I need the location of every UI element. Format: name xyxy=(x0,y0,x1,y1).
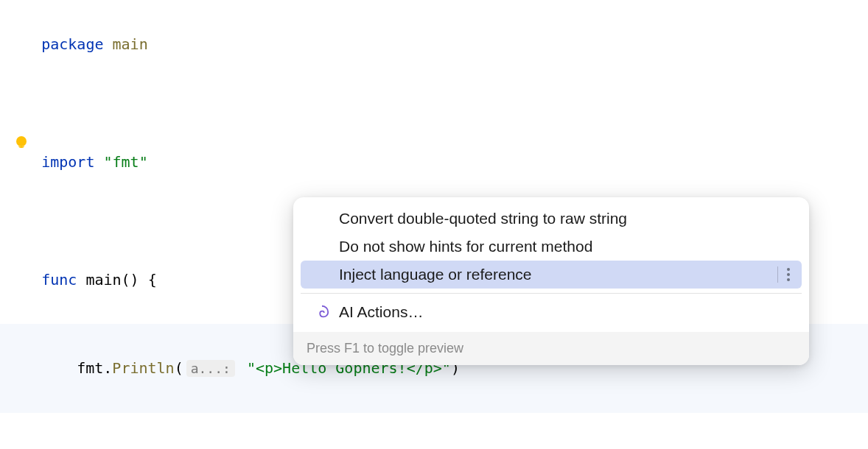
popup-item-label: Inject language or reference xyxy=(339,266,773,283)
dot: . xyxy=(103,359,112,377)
pkg-ref: fmt xyxy=(77,359,103,377)
popup-footer: Press F1 to toggle preview xyxy=(293,332,809,365)
popup-item-ai-actions[interactable]: AI Actions… xyxy=(301,298,802,326)
ai-spiral-icon xyxy=(314,304,330,320)
code-line-3[interactable]: import "fmt" xyxy=(0,118,868,206)
popup-item-label: AI Actions… xyxy=(339,303,791,321)
parens: () xyxy=(122,271,139,289)
code-line-7[interactable]: } xyxy=(0,413,868,449)
popup-item-inject-language[interactable]: Inject language or reference xyxy=(301,261,802,289)
code-line-1[interactable]: package main xyxy=(0,0,868,88)
popup-item-convert-string[interactable]: Convert double-quoted string to raw stri… xyxy=(301,205,802,233)
keyword-import: import xyxy=(41,153,94,171)
popup-item-label: Do not show hints for current method xyxy=(339,238,791,255)
more-options-icon[interactable] xyxy=(785,268,791,281)
method-name: Println xyxy=(112,359,174,377)
intention-popup: Convert double-quoted string to raw stri… xyxy=(293,197,809,365)
param-hint[interactable]: a...: xyxy=(186,360,235,377)
package-name: main xyxy=(113,35,148,53)
keyword-package: package xyxy=(41,35,103,53)
popup-separator xyxy=(301,293,802,294)
popup-item-label: Convert double-quoted string to raw stri… xyxy=(339,210,791,227)
keyword-func: func xyxy=(41,271,77,289)
footer-text: Press F1 to toggle preview xyxy=(307,341,463,356)
divider xyxy=(777,266,778,283)
func-name: main xyxy=(85,271,121,289)
import-string: "fmt" xyxy=(103,153,147,171)
code-line-2[interactable] xyxy=(0,88,868,118)
open-paren: ( xyxy=(175,359,183,377)
lightbulb-icon[interactable] xyxy=(16,136,27,146)
popup-item-hide-hints[interactable]: Do not show hints for current method xyxy=(301,233,802,261)
open-brace: { xyxy=(148,271,157,289)
popup-items-container: Convert double-quoted string to raw stri… xyxy=(293,197,809,332)
